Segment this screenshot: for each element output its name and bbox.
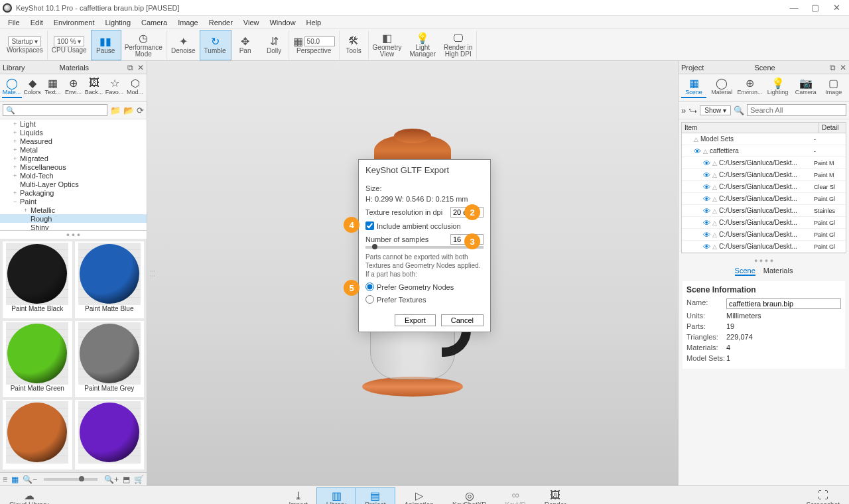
tab-favorites[interactable]: ☆Favo... [105, 77, 125, 98]
menu-view[interactable]: View [238, 19, 265, 27]
menu-image[interactable]: Image [172, 19, 204, 27]
tree-node[interactable]: +Mold-Tech [0, 171, 147, 180]
material-swatch[interactable]: Paint Matte Grey [75, 321, 145, 398]
library-search-input[interactable] [3, 104, 107, 116]
denoise-button[interactable]: ✦ Denoise [167, 31, 200, 60]
perspective-group[interactable]: ▦50.0 Perspective [289, 31, 340, 60]
tree-node[interactable]: +Light [0, 119, 147, 128]
menu-window[interactable]: Window [264, 19, 300, 27]
material-swatch[interactable] [75, 400, 145, 470]
material-swatch[interactable] [3, 400, 72, 470]
tree-node[interactable]: Shiny [0, 223, 147, 231]
scene-row[interactable]: 👁△C:/Users/Gianluca/Deskt...Stainles [682, 205, 846, 217]
tab-material[interactable]: ◯Material [709, 77, 734, 98]
scene-row[interactable]: 👁△C:/Users/Gianluca/Deskt...Paint Gl [682, 193, 846, 205]
light-manager-button[interactable]: 💡 Light Manager [406, 31, 440, 60]
menu-file[interactable]: File [3, 19, 25, 27]
cancel-button[interactable]: Cancel [441, 314, 484, 326]
tab-camera[interactable]: 📷Camera [793, 77, 818, 98]
tab-models[interactable]: ⬡Mod... [125, 77, 145, 98]
project-button[interactable]: ▤Project [356, 488, 395, 504]
scene-row[interactable]: △Model Sets- [682, 133, 846, 145]
tab-scene[interactable]: ▦Scene [681, 77, 706, 98]
zoom-out-icon[interactable]: 🔍− [23, 475, 37, 484]
tab-image[interactable]: ▢Image [821, 77, 846, 98]
scene-row[interactable]: 👁△C:/Users/Gianluca/Deskt...Paint M [682, 169, 846, 181]
tree-node[interactable]: +Packaging [0, 188, 147, 197]
scene-row[interactable]: 👁△C:/Users/Gianluca/Deskt...Paint Gl [682, 241, 846, 253]
tab-colors[interactable]: ◆Colors [23, 77, 42, 98]
menu-lighting[interactable]: Lighting [99, 19, 136, 27]
performance-mode-button[interactable]: ◷ Performance Mode [121, 31, 167, 60]
cart-icon[interactable]: 🛒 [134, 475, 144, 484]
menu-edit[interactable]: Edit [25, 19, 48, 27]
tab-lighting[interactable]: 💡Lighting [765, 77, 791, 98]
close-panel-icon[interactable]: ✕ [137, 63, 144, 72]
high-dpi-button[interactable]: 🖵 Render in High DPI [440, 31, 477, 60]
cloud-library-button[interactable]: ☁Cloud Library [0, 488, 58, 504]
workspaces-group[interactable]: Startup ▾ Workspaces [3, 31, 48, 60]
scene-row[interactable]: 👁△C:/Users/Gianluca/Deskt...Paint Gl [682, 229, 846, 241]
tab-environment[interactable]: ⊕Environ... [737, 77, 762, 98]
subtab-scene[interactable]: Scene [735, 267, 755, 276]
scene-search-input[interactable] [747, 104, 846, 116]
tree-node[interactable]: +Metal [0, 145, 147, 154]
tree-node[interactable]: Rough [0, 214, 147, 223]
zoom-in-icon[interactable]: 🔍+ [104, 475, 119, 484]
show-dropdown[interactable]: Show ▾ [700, 105, 731, 115]
tab-backplates[interactable]: 🖼Back... [84, 77, 104, 98]
tree-node[interactable]: +Measured [0, 137, 147, 145]
tree-node[interactable]: −Paint [0, 197, 147, 206]
minimize-button[interactable]: — [789, 3, 799, 13]
pause-button[interactable]: ▮▮ Pause [92, 31, 121, 60]
tree-node[interactable]: Multi-Layer Optics [0, 180, 147, 188]
export-button[interactable]: Export [395, 314, 436, 326]
keyshotxr-button[interactable]: ◎KeyShotXR [443, 488, 496, 504]
menu-help[interactable]: Help [301, 19, 327, 27]
material-swatch[interactable]: Paint Matte Blue [75, 241, 145, 318]
workspace-dropdown[interactable]: Startup ▾ [8, 36, 41, 46]
refresh-icon[interactable]: ⟳ [137, 105, 144, 115]
show-library-icon[interactable]: ⬒ [123, 475, 130, 484]
cpu-usage-group[interactable]: 100 % ▾ CPU Usage [48, 31, 92, 60]
prefer-textures-radio[interactable] [365, 295, 374, 304]
library-button[interactable]: ▥Library [317, 488, 356, 504]
import-button[interactable]: ⤓Import [279, 488, 316, 504]
menu-render[interactable]: Render [204, 19, 238, 27]
scene-name-input[interactable] [726, 298, 841, 309]
material-swatch[interactable]: Paint Matte Black [3, 241, 72, 318]
tree-node[interactable]: +Liquids [0, 128, 147, 137]
scene-row[interactable]: 👁△C:/Users/Gianluca/Deskt...Clear Sl [682, 181, 846, 193]
list-view-icon[interactable]: ≡ [3, 475, 7, 484]
tab-materials[interactable]: ◯Mate... [2, 77, 22, 98]
drag-handle-icon[interactable]: ⋮⋮ [150, 269, 156, 278]
scene-row[interactable]: 👁△C:/Users/Gianluca/Deskt...Paint M [682, 157, 846, 169]
tree-node[interactable]: +Miscellaneous [0, 162, 147, 171]
tab-textures[interactable]: ▦Text... [43, 77, 63, 98]
zoom-slider[interactable] [44, 478, 98, 481]
scene-row[interactable]: 👁△C:/Users/Gianluca/Deskt...Paint Gl [682, 217, 846, 229]
geometry-view-button[interactable]: ◧ Geometry View [369, 31, 406, 60]
tree-node[interactable]: +Migrated [0, 154, 147, 162]
pan-button[interactable]: ✥ Pan [231, 31, 260, 60]
ambient-occlusion-checkbox[interactable] [365, 221, 374, 230]
tab-environments[interactable]: ⊕Envi... [64, 77, 84, 98]
menu-camera[interactable]: Camera [136, 19, 172, 27]
scene-row[interactable]: 👁△caffettiera- [682, 145, 846, 157]
keyvr-button[interactable]: ∞KeyVR [496, 488, 535, 504]
menu-environment[interactable]: Environment [48, 19, 100, 27]
close-panel-icon[interactable]: ✕ [840, 63, 846, 72]
cpu-dropdown[interactable]: 100 % ▾ [54, 36, 84, 46]
animation-button[interactable]: ▷Animation [395, 488, 442, 504]
chevrons-icon[interactable]: » [681, 105, 686, 115]
render-button[interactable]: 🖼Render [535, 488, 576, 504]
maximize-button[interactable]: ▢ [811, 3, 820, 13]
perspective-value[interactable]: 50.0 [304, 36, 335, 46]
screenshot-button[interactable]: ⛶Screenshot [797, 488, 849, 504]
folder-plus-icon[interactable]: 📂 [123, 105, 134, 115]
grid-view-icon[interactable]: ▦ [11, 475, 19, 484]
subtab-materials[interactable]: Materials [763, 267, 793, 276]
collapse-icon[interactable]: ⮑ [688, 105, 697, 115]
folder-icon[interactable]: 📁 [110, 105, 121, 115]
tumble-button[interactable]: ↻ Tumble [200, 31, 231, 60]
